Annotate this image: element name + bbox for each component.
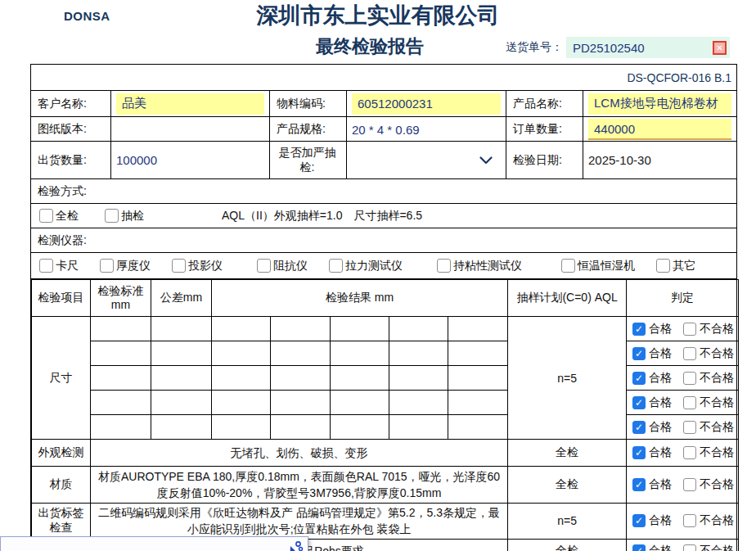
result-cell[interactable]	[271, 341, 331, 366]
instrument-label: 投影仪	[188, 259, 223, 273]
floating-popup[interactable]	[0, 536, 308, 551]
fail-checkbox[interactable]	[683, 396, 696, 409]
tolerance-cell[interactable]	[151, 415, 212, 440]
result-cell[interactable]	[389, 366, 448, 391]
result-cell[interactable]	[448, 391, 508, 415]
fail-checkbox[interactable]	[683, 514, 696, 527]
fail-checkbox[interactable]	[683, 421, 696, 434]
pass-checkbox[interactable]: ✓	[632, 544, 646, 551]
result-cell[interactable]	[271, 391, 331, 415]
pass-label: 合格	[649, 322, 672, 336]
result-cell[interactable]	[448, 317, 508, 341]
result-cell[interactable]	[331, 415, 389, 440]
result-cell[interactable]	[331, 391, 389, 415]
appearance-row: 外观检测 无堵孔、划伤、破损、变形 全检 ✓合格 不合格	[32, 440, 739, 467]
product-name-input[interactable]: LCM接地导电泡棉卷材	[588, 93, 731, 115]
climate-chamber-checkbox[interactable]	[561, 259, 575, 273]
instrument-label: 拉力测试仪	[345, 259, 403, 273]
fail-checkbox[interactable]	[683, 347, 696, 360]
pass-checkbox[interactable]: ✓	[632, 514, 646, 527]
order-qty-input[interactable]: 440000	[588, 119, 731, 140]
fail-label: 不合格	[700, 346, 734, 361]
fail-label: 不合格	[700, 544, 734, 551]
tolerance-cell[interactable]	[151, 366, 212, 391]
pass-checkbox[interactable]: ✓	[632, 347, 646, 360]
result-cell[interactable]	[212, 341, 271, 366]
row-plan: 全检	[508, 539, 627, 551]
standard-cell[interactable]	[91, 391, 151, 415]
tolerance-cell[interactable]	[151, 317, 212, 341]
impedance-meter-checkbox[interactable]	[257, 259, 271, 273]
judge-cell: ✓合格 不合格	[627, 440, 739, 467]
pass-label: 合格	[649, 395, 672, 410]
other-instrument-checkbox[interactable]	[656, 259, 670, 273]
customer-cell: 品美	[111, 91, 270, 116]
check-icon: ✓	[635, 323, 643, 335]
instrument-option: 投影仪	[172, 259, 223, 273]
material-code-cell: 60512000231	[347, 91, 506, 116]
col-standard: 检验标准 mm	[91, 280, 151, 317]
result-cell[interactable]	[331, 317, 389, 341]
standard-cell[interactable]	[91, 415, 151, 440]
result-cell[interactable]	[212, 317, 271, 341]
pass-checkbox[interactable]: ✓	[632, 323, 646, 336]
result-cell[interactable]	[271, 366, 331, 391]
result-cell[interactable]	[331, 341, 389, 366]
pass-checkbox[interactable]: ✓	[632, 478, 646, 491]
tack-tester-checkbox[interactable]	[437, 259, 451, 273]
instrument-option: 其它	[656, 259, 695, 273]
instruments-section-title: 检测仪器:	[31, 228, 736, 253]
drawing-version-value[interactable]	[111, 117, 270, 142]
pass-checkbox[interactable]: ✓	[632, 372, 646, 385]
result-cell[interactable]	[448, 366, 508, 391]
fail-label: 不合格	[700, 420, 734, 435]
fail-checkbox[interactable]	[683, 544, 696, 551]
info-row-2: 图纸版本: 产品规格: 20 * 4 * 0.69 订单数量: 440000	[31, 117, 736, 142]
report-form: DS-QCFOR-016 B.1 客户名称: 品美 物料编码: 60512000…	[30, 64, 737, 551]
pass-checkbox[interactable]: ✓	[632, 446, 646, 459]
result-cell[interactable]	[389, 391, 448, 415]
result-cell[interactable]	[212, 366, 271, 391]
spec-value: 20 * 4 * 0.69	[347, 117, 506, 142]
caliper-checkbox[interactable]	[39, 259, 53, 273]
thickness-gauge-checkbox[interactable]	[100, 259, 114, 273]
result-cell[interactable]	[389, 415, 448, 440]
fail-checkbox[interactable]	[683, 372, 696, 385]
fail-label: 不合格	[700, 513, 734, 528]
company-name: 深圳市东上实业有限公司	[0, 1, 756, 30]
fail-checkbox[interactable]	[683, 478, 696, 491]
material-code-input[interactable]: 60512000231	[352, 93, 501, 115]
result-cell[interactable]	[448, 341, 508, 366]
pass-checkbox[interactable]: ✓	[632, 396, 646, 409]
customer-input[interactable]: 品美	[116, 93, 264, 115]
result-cell[interactable]	[448, 415, 508, 440]
result-cell[interactable]	[389, 317, 448, 341]
sample-inspection-checkbox[interactable]	[105, 209, 119, 223]
result-cell[interactable]	[271, 317, 331, 341]
tolerance-cell[interactable]	[151, 391, 212, 415]
chevron-down-icon	[479, 156, 493, 165]
ship-qty-value: 100000	[111, 142, 270, 178]
size-row: ✓合格 不合格	[32, 415, 739, 440]
standard-cell[interactable]	[91, 366, 151, 391]
result-cell[interactable]	[331, 366, 389, 391]
size-item-label: 尺寸	[32, 317, 91, 440]
row-item: 出货标签检查	[32, 504, 91, 540]
tolerance-cell[interactable]	[151, 341, 212, 366]
full-inspection-checkbox[interactable]	[39, 209, 53, 223]
fail-checkbox[interactable]	[683, 446, 696, 459]
material-row: 材质 材质AUROTYPE EBA 180,厚度0.18mm，表面颜色RAL 7…	[32, 467, 739, 504]
result-cell[interactable]	[212, 391, 271, 415]
delivery-no-input[interactable]: PD25102540 ✕	[566, 37, 730, 58]
tension-tester-checkbox[interactable]	[329, 259, 343, 273]
fail-checkbox[interactable]	[683, 323, 696, 336]
result-cell[interactable]	[389, 341, 448, 366]
projector-checkbox[interactable]	[172, 259, 186, 273]
strict-sampling-select[interactable]	[347, 142, 506, 178]
result-cell[interactable]	[212, 415, 271, 440]
pass-checkbox[interactable]: ✓	[632, 421, 646, 434]
result-cell[interactable]	[271, 415, 331, 440]
standard-cell[interactable]	[91, 341, 151, 366]
standard-cell[interactable]	[91, 317, 151, 341]
instrument-label: 其它	[673, 259, 695, 273]
